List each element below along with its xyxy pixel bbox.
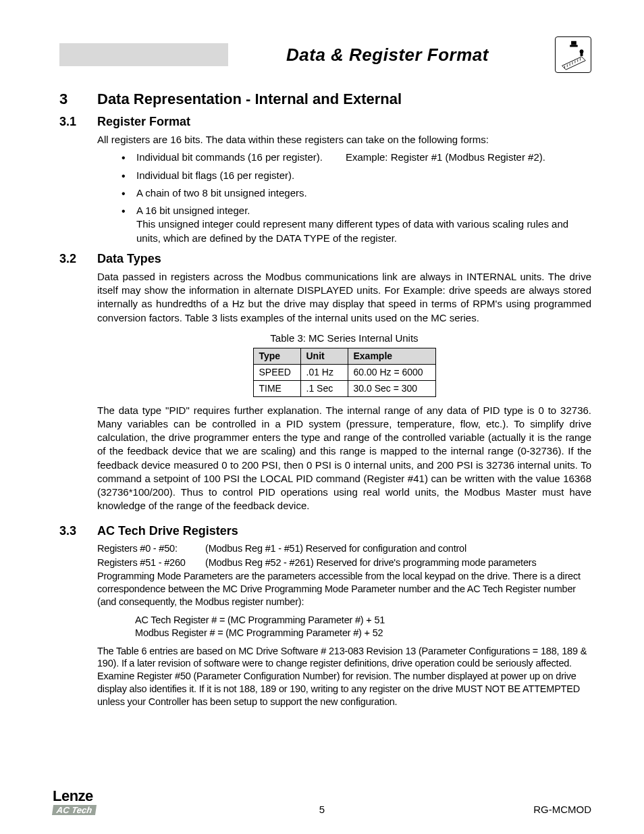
list-item-text: Individual bit flags (16 per register). [136,170,294,181]
subsection-heading: 3.3 AC Tech Drive Registers [59,524,591,538]
subsection-title: AC Tech Drive Registers [97,524,238,538]
header-stripe [59,43,228,66]
subsection-heading: 3.2 Data Types [59,252,591,266]
table-cell: TIME [253,380,300,396]
subsection-number: 3.3 [59,524,97,538]
brand-logo: Lenze AC Tech [53,789,96,815]
list-item: Individual bit commands (16 per register… [122,151,591,164]
svg-rect-0 [571,41,576,45]
paragraph: All registers are 16 bits. The data with… [97,133,591,147]
table-row: SPEED .01 Hz 60.00 Hz = 6000 [253,364,435,380]
page-number: 5 [319,804,325,815]
subsection-heading: 3.1 Register Format [59,115,591,129]
doc-header-title: Data & Register Format [228,45,547,66]
svg-rect-10 [581,53,583,56]
list-item-text: A chain of two 8 bit unsigned integers. [136,187,307,199]
register-range-line: Registers #0 - #50: (Modbus Reg #1 - #51… [97,542,591,555]
brand-logo-top: Lenze [53,789,96,804]
section-title: Data Representation - Internal and Exter… [97,90,402,108]
table-cell: .01 Hz [300,364,348,380]
subsection-number: 3.1 [59,115,97,129]
table-cell: .1 Sec [300,380,348,396]
table-header: Type [253,348,300,365]
internal-units-table: Type Unit Example SPEED .01 Hz 60.00 Hz … [253,348,436,397]
subsection-number: 3.2 [59,252,97,266]
table-caption: Table 3: MC Series Internal Units [97,332,591,345]
svg-rect-1 [570,45,578,47]
register-range-desc: (Modbus Reg #1 - #51) Reserved for confi… [205,542,466,555]
table-header-row: Type Unit Example [253,348,435,365]
brand-logo-bottom: AC Tech [52,805,97,815]
paragraph: The data type "PID" requires further exp… [97,404,591,513]
table-cell: 30.0 Sec = 300 [348,380,435,396]
list-item: A chain of two 8 bit unsigned integers. [122,186,591,200]
list-item-text: A 16 bit unsigned integer. [136,205,250,216]
table-header: Unit [300,348,348,365]
page-footer: Lenze AC Tech 5 RG-MCMOD [53,789,591,815]
paragraph: The Table 6 entries are based on MC Driv… [97,645,591,708]
bullet-list: Individual bit commands (16 per register… [122,151,591,245]
list-item-subtext: This unsigned integer could represent ma… [136,218,568,243]
register-range: Registers #0 - #50: [97,542,205,555]
register-range-desc: (Modbus Reg #52 - #261) Reserved for dri… [205,556,536,569]
subsection-title: Data Types [97,252,161,266]
module-icon [555,36,591,73]
list-item: A 16 bit unsigned integer. This unsigned… [122,204,591,245]
subsection-title: Register Format [97,115,190,129]
list-item-example: Example: Register #1 (Modbus Register #2… [346,151,591,164]
doc-header: Data & Register Format [59,36,591,73]
table-header: Example [348,348,435,365]
doc-id: RG-MCMOD [533,804,591,815]
table-row: TIME .1 Sec 30.0 Sec = 300 [253,380,435,396]
table-cell: SPEED [253,364,300,380]
list-item-text: Individual bit commands (16 per register… [136,151,346,164]
register-range: Registers #51 - #260 [97,556,205,569]
formula: AC Tech Register # = (MC Programming Par… [135,614,591,627]
section-number: 3 [59,90,97,108]
register-range-line: Registers #51 - #260 (Modbus Reg #52 - #… [97,556,591,569]
paragraph: Data passed in registers across the Modb… [97,270,591,325]
paragraph: Programming Mode Parameters are the para… [97,570,591,608]
formula-block: AC Tech Register # = (MC Programming Par… [135,614,591,640]
table-cell: 60.00 Hz = 6000 [348,364,435,380]
formula: Modbus Register # = (MC Programming Para… [135,627,591,640]
list-item: Individual bit flags (16 per register). [122,169,591,182]
section-heading: 3 Data Representation - Internal and Ext… [59,90,591,108]
